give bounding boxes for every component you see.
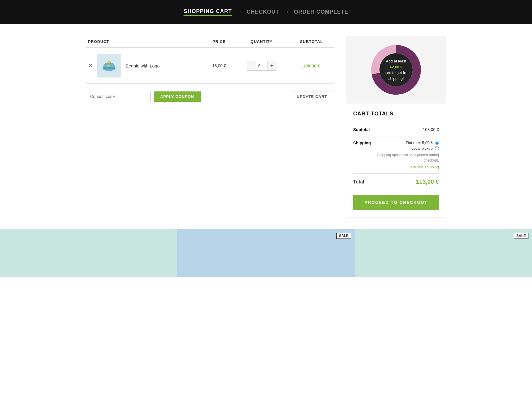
flat-rate-radio[interactable] (435, 141, 439, 145)
total-row: Total 113,00 € (353, 173, 439, 190)
product-col: Beanie with Logo (95, 48, 204, 83)
cart-totals-title: CART TOTALS (353, 111, 439, 117)
local-pickup-label: Local pickup (411, 146, 433, 151)
qty-minus-button[interactable]: - (247, 61, 256, 70)
local-pickup-option: Local pickup (377, 146, 439, 151)
shipping-row: Shipping Flat rate: 5,00 € Local pickup … (353, 136, 439, 173)
svg-point-3 (107, 65, 110, 67)
product-thumbnail (97, 54, 121, 78)
qty-plus-button[interactable]: + (267, 61, 276, 70)
sale-badge-1: SALE (336, 233, 351, 239)
total-value: 113,00 € (416, 178, 439, 185)
remove-col: ✕ (86, 48, 95, 84)
donut-center-text: Add at least 42,00 € more to get free sh… (380, 58, 412, 81)
breadcrumb-step-cart[interactable]: SHOPPING CART (184, 8, 232, 16)
bottom-product-3[interactable]: SALE (355, 229, 532, 277)
apply-coupon-button[interactable]: APPLY COUPON (154, 91, 201, 102)
arrow-icon-1: → (237, 9, 242, 15)
qty-input[interactable] (256, 61, 267, 70)
subtotal-value: 108,00 € (377, 127, 439, 132)
flat-rate-option: Flat rate: 5,00 € (377, 141, 439, 145)
update-cart-button[interactable]: UPDATE CART (290, 91, 334, 102)
flat-rate-amount: 5,00 € (422, 141, 433, 145)
shipping-note: Shipping options will be updated during … (377, 152, 439, 163)
product-name: Beanie with Logo (126, 63, 160, 68)
cart-table: PRODUCT PRICE QUANTITY SUBTOTAL ✕ (86, 36, 334, 84)
calculate-shipping-link[interactable]: Calculate shipping (377, 165, 439, 169)
breadcrumb-step-checkout[interactable]: CHECKOUT (247, 9, 279, 15)
qty-wrapper: - + (247, 61, 276, 71)
flat-rate-label: Flat rate: 5,00 € (406, 141, 433, 145)
total-label: Total (353, 179, 364, 185)
price-col: 18,00 € (204, 48, 234, 84)
donut-area: Add at least 42,00 € more to get free sh… (346, 36, 446, 104)
beanie-icon (100, 57, 118, 75)
col-header-quantity: QUANTITY (234, 36, 289, 48)
coupon-row: APPLY COUPON UPDATE CART (86, 91, 334, 102)
bottom-product-1[interactable] (0, 229, 177, 277)
remove-item-button[interactable]: ✕ (88, 63, 93, 68)
svg-point-1 (108, 60, 111, 63)
donut-amount: 42,00 € (390, 65, 402, 69)
qty-col: - + (234, 48, 289, 84)
shipping-label: Shipping (353, 141, 377, 145)
bottom-products: SALE SALE (0, 229, 532, 277)
sale-badge-2: SALE (514, 233, 528, 239)
shipping-options: Flat rate: 5,00 € Local pickup Shipping … (377, 141, 439, 169)
proceed-to-checkout-button[interactable]: PROCEED TO CHECKOUT (353, 195, 439, 210)
arrow-icon-2: → (284, 9, 289, 15)
bottom-product-2[interactable]: SALE (177, 229, 355, 277)
col-header-price: PRICE (204, 36, 234, 48)
main-content: PRODUCT PRICE QUANTITY SUBTOTAL ✕ (80, 24, 452, 229)
donut-chart: Add at least 42,00 € more to get free sh… (369, 43, 423, 96)
subtotal-row: Subtotal 108,00 € (353, 123, 439, 136)
header: SHOPPING CART → CHECKOUT → ORDER COMPLET… (0, 0, 532, 24)
local-pickup-radio[interactable] (435, 146, 439, 150)
table-row: ✕ Beanie with Logo 18,00 € (86, 48, 334, 84)
breadcrumb-step-complete[interactable]: ORDER COMPLETE (294, 9, 348, 15)
cart-totals-sidebar: Add at least 42,00 € more to get free sh… (346, 36, 446, 217)
subtotal-label: Subtotal (353, 127, 377, 132)
svg-point-2 (103, 67, 116, 69)
subtotal-col: 108,00 € (289, 48, 334, 84)
cart-section: PRODUCT PRICE QUANTITY SUBTOTAL ✕ (86, 36, 334, 102)
col-header-product: PRODUCT (86, 36, 204, 48)
col-header-subtotal: SUBTOTAL (289, 36, 334, 48)
coupon-input[interactable] (86, 91, 151, 102)
breadcrumb: SHOPPING CART → CHECKOUT → ORDER COMPLET… (184, 8, 348, 16)
cart-totals-body: CART TOTALS Subtotal 108,00 € Shipping F… (346, 104, 446, 217)
